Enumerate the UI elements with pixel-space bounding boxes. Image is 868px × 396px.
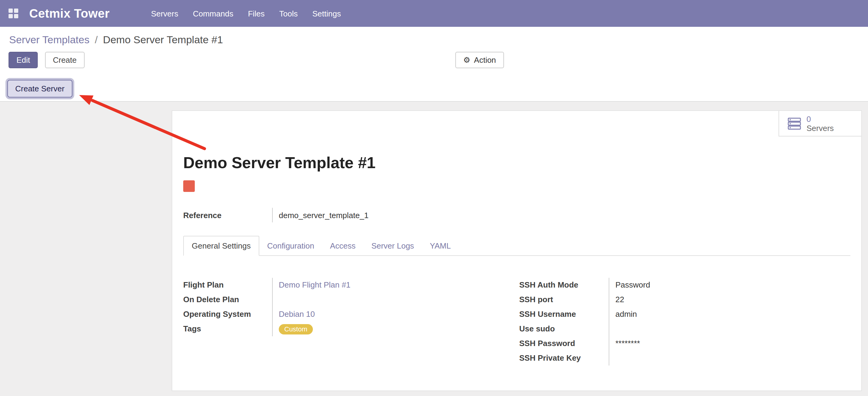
reference-field-row: Reference demo_server_template_1: [183, 208, 850, 222]
field-value-flight-plan[interactable]: Demo Flight Plan #1: [279, 280, 351, 289]
color-swatch: [183, 180, 195, 192]
create-server-row: Create Server: [0, 72, 868, 101]
apps-grid-dot: [14, 8, 18, 13]
field-label-on-delete-plan: On Delete Plan: [183, 292, 273, 307]
field-label-ssh-password: SSH Password: [519, 336, 609, 351]
tag-custom: Custom: [279, 324, 313, 335]
field-label-ssh-port: SSH port: [519, 292, 609, 307]
breadcrumb: Server Templates / Demo Server Template …: [0, 27, 868, 48]
nav-menu-files[interactable]: Files: [241, 0, 272, 27]
nav-menu-tools[interactable]: Tools: [272, 0, 305, 27]
control-panel: Server Templates / Demo Server Template …: [0, 27, 868, 102]
servers-stat-text: 0 Servers: [807, 114, 834, 133]
field-groups: Flight Plan Demo Flight Plan #1 On Delet…: [183, 278, 850, 366]
field-value-use-sudo: [609, 322, 850, 336]
create-button[interactable]: Create: [45, 52, 85, 68]
breadcrumb-separator: /: [92, 34, 100, 46]
content-area: 0 Servers Demo Server Template #1 Refere…: [0, 102, 868, 396]
tab-server-logs[interactable]: Server Logs: [363, 236, 422, 255]
breadcrumb-current: Demo Server Template #1: [103, 34, 223, 46]
nav-menu-servers[interactable]: Servers: [144, 0, 186, 27]
servers-stat-label: Servers: [807, 123, 834, 133]
main-menu: Servers Commands Files Tools Settings: [144, 0, 348, 27]
field-value-operating-system[interactable]: Debian 10: [279, 310, 315, 319]
field-value-ssh-password: ********: [609, 336, 850, 351]
action-button[interactable]: ⚙ Action: [455, 52, 504, 68]
field-row-tags: Custom: [273, 322, 519, 336]
nav-menu-commands[interactable]: Commands: [186, 0, 241, 27]
apps-grid-dot: [8, 8, 13, 13]
servers-stat-button[interactable]: 0 Servers: [778, 111, 861, 137]
app-root: Cetmix Tower Servers Commands Files Tool…: [0, 0, 868, 396]
field-label-tags: Tags: [183, 322, 273, 336]
reference-label: Reference: [183, 208, 273, 222]
apps-grid-icon[interactable]: [8, 8, 18, 18]
field-label-ssh-username: SSH Username: [519, 307, 609, 322]
top-navbar: Cetmix Tower Servers Commands Files Tool…: [0, 0, 868, 27]
field-label-operating-system: Operating System: [183, 307, 273, 322]
field-row-flight-plan: Demo Flight Plan #1: [273, 278, 519, 292]
record-title: Demo Server Template #1: [183, 153, 850, 172]
field-label-ssh-auth-mode: SSH Auth Mode: [519, 278, 609, 292]
servers-stat-count: 0: [807, 114, 834, 123]
field-label-flight-plan: Flight Plan: [183, 278, 273, 292]
server-stack-icon: [788, 117, 801, 130]
field-label-use-sudo: Use sudo: [519, 322, 609, 336]
nav-menu-settings[interactable]: Settings: [305, 0, 348, 27]
field-row-operating-system: Debian 10: [273, 307, 519, 322]
apps-grid-dot: [8, 14, 13, 18]
edit-button[interactable]: Edit: [8, 52, 38, 68]
app-brand[interactable]: Cetmix Tower: [29, 6, 110, 21]
reference-value: demo_server_template_1: [273, 210, 369, 220]
field-value-ssh-auth-mode: Password: [609, 278, 850, 292]
create-server-button[interactable]: Create Server: [7, 80, 72, 97]
field-value-ssh-port: 22: [609, 292, 850, 307]
button-row: Edit Create ⚙ Action: [0, 48, 868, 72]
left-field-group: Flight Plan Demo Flight Plan #1 On Delet…: [183, 278, 519, 366]
field-value-ssh-username: admin: [609, 307, 850, 322]
action-button-label: Action: [474, 55, 496, 64]
field-label-ssh-private-key: SSH Private Key: [519, 351, 609, 366]
form-sheet: 0 Servers Demo Server Template #1 Refere…: [172, 110, 862, 391]
tab-configuration[interactable]: Configuration: [259, 236, 322, 255]
sheet-body: Demo Server Template #1 Reference demo_s…: [172, 153, 861, 366]
field-value-ssh-private-key: [609, 351, 850, 366]
right-field-group: SSH Auth Mode Password SSH port 22 SSH U…: [519, 278, 850, 366]
breadcrumb-parent-link[interactable]: Server Templates: [9, 34, 90, 46]
notebook-tabs: General Settings Configuration Access Se…: [183, 236, 850, 256]
gear-icon: ⚙: [463, 56, 470, 64]
tab-access[interactable]: Access: [322, 236, 363, 255]
tab-yaml[interactable]: YAML: [422, 236, 459, 255]
tab-general-settings[interactable]: General Settings: [183, 236, 259, 256]
field-value-on-delete-plan: [273, 292, 519, 307]
apps-grid-dot: [14, 14, 18, 18]
